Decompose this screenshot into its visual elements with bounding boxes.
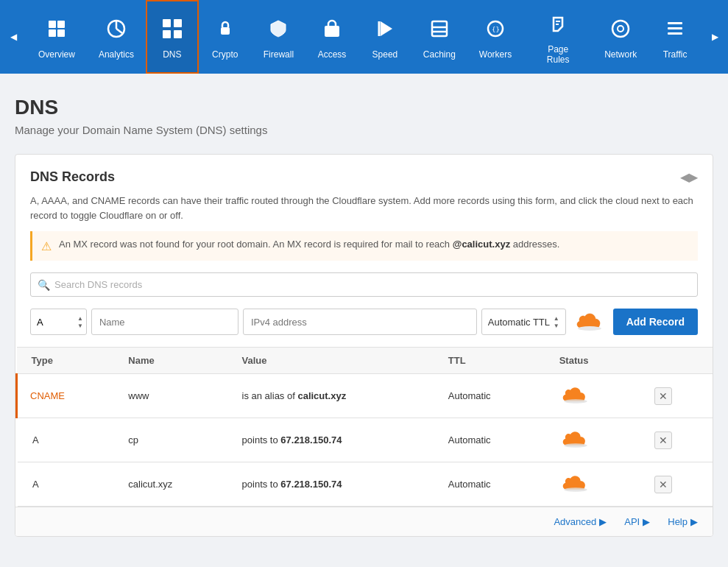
ttl-select-wrapper: Automatic TTL 2 min 5 min 30 min ▲ ▼ — [481, 309, 566, 335]
cell-type: CNAME — [17, 374, 114, 418]
nav-item-page-rules[interactable]: Page Rules — [523, 0, 593, 74]
svg-point-28 — [564, 487, 587, 492]
delete-button[interactable]: ✕ — [654, 476, 672, 493]
nav-item-dns[interactable]: DNS — [146, 0, 199, 74]
ttl-select[interactable]: Automatic TTL 2 min 5 min 30 min — [488, 317, 551, 328]
svg-rect-22 — [668, 22, 682, 24]
page-rules-icon — [543, 9, 573, 38]
dns-records-card: DNS Records ◀▶ A, AAAA, and CNAME record… — [15, 154, 713, 537]
svg-rect-2 — [49, 29, 56, 37]
nav-label-page-rules: Page Rules — [535, 44, 581, 65]
nav-item-crypto[interactable]: Crypto — [199, 0, 252, 74]
col-delete — [640, 348, 713, 374]
svg-rect-1 — [57, 21, 65, 28]
nav-label-access: Access — [318, 49, 347, 60]
caching-icon — [425, 14, 454, 43]
mx-alert: ⚠ An MX record was not found for your ro… — [30, 231, 698, 261]
add-record-button[interactable]: Add Record — [613, 309, 698, 335]
card-description: A, AAAA, and CNAME records can have thei… — [15, 185, 713, 231]
svg-rect-8 — [174, 30, 182, 38]
cell-name: cp — [113, 418, 227, 462]
workers-icon: {} — [481, 14, 510, 43]
svg-rect-13 — [432, 21, 447, 36]
svg-rect-3 — [57, 29, 65, 37]
firewall-icon — [264, 14, 293, 43]
cell-delete: ✕ — [640, 374, 713, 418]
cell-status[interactable] — [545, 418, 640, 462]
delete-button[interactable]: ✕ — [654, 432, 672, 449]
svg-rect-0 — [49, 21, 56, 28]
svg-rect-23 — [668, 27, 682, 29]
advanced-link[interactable]: Advanced ▶ — [554, 516, 607, 527]
value-input[interactable] — [243, 309, 477, 335]
cell-status[interactable] — [545, 374, 640, 418]
cell-value: is an alias of calicut.xyz — [227, 374, 434, 418]
svg-rect-10 — [325, 26, 339, 37]
traffic-icon — [660, 14, 690, 43]
search-input[interactable] — [30, 272, 698, 297]
type-arrows: ▲ ▼ — [74, 314, 86, 331]
svg-rect-24 — [668, 32, 682, 35]
table-row: CNAME www is an alias of calicut.xyz Aut… — [17, 374, 713, 418]
cell-type: A — [17, 418, 114, 462]
nav-label-caching: Caching — [423, 49, 456, 60]
help-link[interactable]: Help ▶ — [668, 516, 698, 527]
col-value: Value — [227, 348, 434, 374]
svg-rect-9 — [221, 27, 230, 35]
col-status: Status — [545, 348, 640, 374]
cloud-proxy-button[interactable] — [570, 309, 609, 335]
svg-rect-6 — [174, 19, 182, 27]
nav-label-firewall: Firewall — [264, 49, 294, 60]
svg-rect-5 — [163, 19, 171, 27]
nav-item-caching[interactable]: Caching — [411, 0, 467, 74]
nav-item-firewall[interactable]: Firewall — [252, 0, 305, 74]
card-title: DNS Records — [30, 169, 115, 185]
cell-value: points to 67.218.150.74 — [227, 418, 434, 462]
page-subtitle: Manage your Domain Name System (DNS) set… — [15, 124, 713, 136]
api-link[interactable]: API ▶ — [624, 516, 650, 527]
table-row: A calicut.xyz points to 67.218.150.74 Au… — [17, 462, 713, 507]
dns-table: Type Name Value TTL Status CNAME www is … — [15, 347, 713, 507]
name-input[interactable] — [91, 309, 238, 335]
nav-item-overview[interactable]: Overview — [26, 0, 87, 74]
nav-label-workers: Workers — [479, 49, 512, 60]
svg-rect-7 — [163, 30, 171, 38]
col-ttl: TTL — [434, 348, 545, 374]
nav-label-dns: DNS — [163, 49, 181, 60]
cell-delete: ✕ — [640, 418, 713, 462]
col-name: Name — [113, 348, 227, 374]
cell-status[interactable] — [545, 462, 640, 507]
cell-ttl: Automatic — [434, 462, 545, 507]
delete-button[interactable]: ✕ — [654, 387, 672, 405]
nav-item-workers[interactable]: {} Workers — [467, 0, 523, 74]
nav-item-traffic[interactable]: Traffic — [649, 0, 702, 74]
cell-ttl: Automatic — [434, 418, 545, 462]
alert-warning-icon: ⚠ — [41, 239, 52, 253]
cell-value: points to 67.218.150.74 — [227, 462, 434, 507]
overview-icon — [42, 14, 71, 43]
cell-name: calicut.xyz — [113, 462, 227, 507]
nav-label-network: Network — [604, 49, 637, 60]
network-icon — [606, 14, 635, 43]
svg-point-27 — [564, 443, 587, 448]
nav-items: Overview Analytics DNS Cryp — [26, 0, 702, 74]
card-collapse-icon[interactable]: ◀▶ — [680, 170, 698, 184]
nav-label-crypto: Crypto — [212, 49, 238, 60]
page-content: DNS Manage your Domain Name System (DNS)… — [0, 74, 728, 559]
svg-point-20 — [612, 21, 629, 37]
nav-item-speed[interactable]: Speed — [358, 0, 411, 74]
alert-text: An MX record was not found for your root… — [59, 239, 559, 250]
type-select[interactable]: A AAAA CNAME MX TXT — [31, 314, 74, 331]
nav-label-speed: Speed — [372, 49, 398, 60]
nav-right-arrow[interactable]: ▶ — [702, 0, 728, 74]
nav-label-analytics: Analytics — [99, 49, 134, 60]
cell-type: A — [17, 462, 114, 507]
svg-point-26 — [564, 399, 587, 404]
nav-left-arrow[interactable]: ◀ — [0, 0, 26, 74]
table-header-row: Type Name Value TTL Status — [17, 348, 713, 374]
nav-item-analytics[interactable]: Analytics — [87, 0, 146, 74]
search-container: 🔍 — [30, 272, 698, 297]
nav-item-network[interactable]: Network — [593, 0, 649, 74]
crypto-icon — [211, 14, 240, 43]
nav-item-access[interactable]: Access — [305, 0, 358, 74]
